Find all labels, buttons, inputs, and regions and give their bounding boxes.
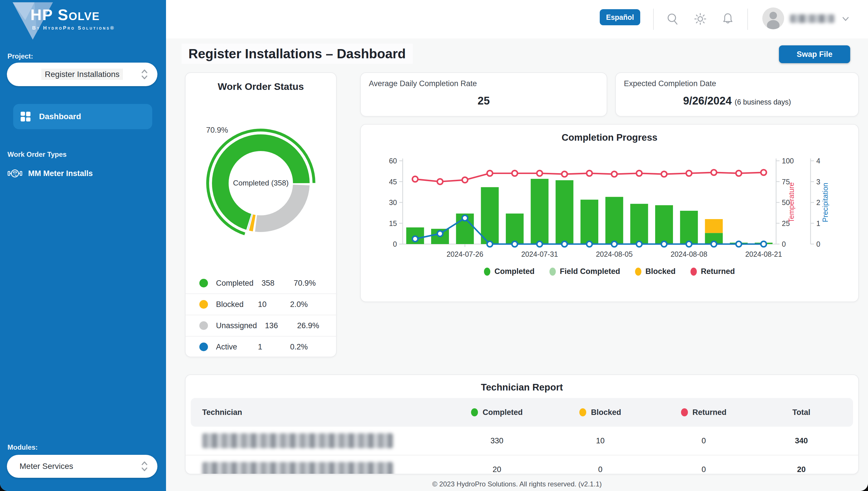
modules-label: Modules: <box>7 443 38 451</box>
column-header-blocked: Blocked <box>549 408 652 417</box>
dashboard-icon <box>20 111 31 122</box>
project-select[interactable]: Register Installations <box>7 63 157 86</box>
avatar[interactable] <box>762 7 784 29</box>
column-header-label: Total <box>792 408 811 417</box>
sidebar-item-label: Dashboard <box>39 112 81 121</box>
column-header-label: Returned <box>693 408 727 417</box>
up-down-chevrons-icon <box>141 461 148 472</box>
donut-callout-label: 70.9% <box>194 126 228 135</box>
logo-subtitle: By HydroPro Solutions® <box>32 25 115 31</box>
work-order-types-label: Work Order Types <box>7 150 67 158</box>
svg-text:2024-07-26: 2024-07-26 <box>446 250 484 258</box>
completion-progress-title: Completion Progress <box>361 125 858 143</box>
technician-table-row: 20 0 0 20 <box>185 455 858 474</box>
legend-dot-icon <box>199 321 208 330</box>
chevron-down-icon[interactable] <box>842 15 849 23</box>
user-name-redacted[interactable] <box>790 15 835 23</box>
donut-legend-item-completed[interactable]: Completed 358 70.9% <box>185 273 337 294</box>
expected-completion-card: Expected Completion Date 9/26/2024 (6 bu… <box>615 73 859 117</box>
legend-count: 358 <box>262 279 286 288</box>
svg-text:2024-08-21: 2024-08-21 <box>745 250 782 258</box>
legend-dot-icon <box>484 268 490 276</box>
swap-file-button[interactable]: Swap File <box>779 46 850 63</box>
svg-text:2024-08-05: 2024-08-05 <box>596 250 633 258</box>
search-icon[interactable] <box>666 12 679 26</box>
up-down-chevrons-icon <box>141 68 148 80</box>
work-order-donut-chart <box>185 118 337 261</box>
legend-label: Completed <box>216 279 254 288</box>
cell-total: 20 <box>755 465 847 474</box>
svg-text:1: 1 <box>816 220 820 227</box>
chart-legend-item-completed[interactable]: Completed <box>484 267 534 276</box>
svg-text:15: 15 <box>389 220 397 227</box>
cell-total: 340 <box>755 436 847 445</box>
legend-label: Unassigned <box>216 321 257 330</box>
technician-table-row: 330 10 0 340 <box>185 427 858 455</box>
legend-count: 136 <box>265 321 289 330</box>
technician-name-redacted <box>197 433 445 448</box>
project-select-value: Register Installations <box>7 70 157 79</box>
sidebar: HP Solve By HydroPro Solutions® Project:… <box>0 0 166 491</box>
bell-icon[interactable] <box>721 12 735 26</box>
svg-text:2024-08-08: 2024-08-08 <box>671 250 707 258</box>
completion-progress-chart: 0153045600255075100Temperature01234Preci… <box>361 144 859 265</box>
chart-legend-item-blocked[interactable]: Blocked <box>635 267 675 276</box>
top-bar: Español <box>166 0 868 38</box>
technician-report-title: Technician Report <box>185 375 858 393</box>
legend-dot-icon <box>549 268 556 276</box>
svg-text:2024-07-31: 2024-07-31 <box>521 250 558 258</box>
expected-completion-note: (6 business days) <box>735 98 791 106</box>
cell-returned: 0 <box>652 465 755 474</box>
sidebar-item-dashboard[interactable]: Dashboard <box>13 104 152 129</box>
sidebar-item-label: MM Meter Installs <box>28 169 93 178</box>
svg-text:0: 0 <box>782 240 786 248</box>
status-dot-icon <box>579 408 586 416</box>
work-order-status-title: Work Order Status <box>185 73 336 92</box>
chart-legend-item-returned[interactable]: Returned <box>691 267 735 276</box>
modules-select-value: Meter Services <box>7 462 73 471</box>
svg-text:45: 45 <box>389 178 397 186</box>
main-content: Register Installations – Dashboard Swap … <box>166 38 868 491</box>
column-header-label: Technician <box>202 408 242 417</box>
divider <box>747 9 748 30</box>
legend-percent: 2.0% <box>290 300 323 309</box>
donut-legend: Completed 358 70.9% Blocked 10 2.0% Unas… <box>185 273 337 357</box>
svg-text:Temperature: Temperature <box>787 182 795 223</box>
legend-percent: 70.9% <box>294 279 327 288</box>
svg-text:0: 0 <box>816 240 820 248</box>
svg-text:4: 4 <box>816 157 820 165</box>
cell-blocked: 10 <box>549 436 652 445</box>
legend-label: Blocked <box>216 300 250 309</box>
svg-text:30: 30 <box>389 198 397 206</box>
project-label: Project: <box>7 52 33 60</box>
sidebar-item-mm-meter-installs[interactable]: MM Meter Installs <box>7 167 93 180</box>
avg-daily-completion-value: 25 <box>361 95 607 107</box>
cell-completed: 20 <box>445 465 549 474</box>
donut-legend-item-blocked[interactable]: Blocked 10 2.0% <box>185 294 337 315</box>
app-window: HP Solve By HydroPro Solutions® Project:… <box>0 0 868 491</box>
legend-dot-icon <box>635 268 641 276</box>
technician-table-header: TechnicianCompletedBlockedReturnedTotal <box>191 398 853 427</box>
svg-text:2: 2 <box>816 198 820 206</box>
modules-select[interactable]: Meter Services <box>7 455 157 478</box>
cell-returned: 0 <box>652 436 755 445</box>
avg-daily-completion-card: Average Daily Completion Rate 25 <box>360 73 607 117</box>
legend-label: Field Completed <box>560 267 620 276</box>
language-button[interactable]: Español <box>600 9 640 25</box>
chart-legend-item-field-completed[interactable]: Field Completed <box>549 267 620 276</box>
avg-daily-completion-label: Average Daily Completion Rate <box>369 79 477 88</box>
person-icon <box>762 7 784 29</box>
sun-icon[interactable] <box>693 12 707 26</box>
cell-completed: 330 <box>445 436 549 445</box>
donut-legend-item-active[interactable]: Active 1 0.2% <box>185 337 337 357</box>
donut-legend-item-unassigned[interactable]: Unassigned 136 26.9% <box>185 315 337 337</box>
legend-count: 10 <box>258 300 282 309</box>
page-title: Register Installations – Dashboard <box>181 44 413 64</box>
logo-title: HP Solve <box>30 6 100 24</box>
svg-text:60: 60 <box>389 157 397 165</box>
column-header-completed: Completed <box>445 408 549 417</box>
svg-text:100: 100 <box>782 157 794 165</box>
column-header-label: Blocked <box>591 408 621 417</box>
legend-dot-icon <box>199 300 208 309</box>
cell-blocked: 0 <box>549 465 652 474</box>
